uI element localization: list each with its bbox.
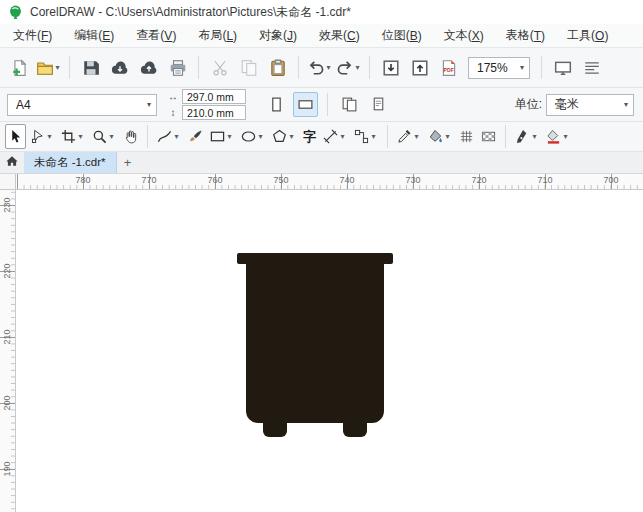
ellipse-tool[interactable]: ▾ xyxy=(238,124,268,149)
new-document-tab-button[interactable]: + xyxy=(117,152,139,173)
zoom-tool[interactable]: ▾ xyxy=(89,124,119,149)
toolbar-separator xyxy=(298,56,299,79)
crop-tool-icon xyxy=(61,129,76,144)
zoom-level-value: 175% xyxy=(477,61,508,75)
show-rulers-button[interactable] xyxy=(578,54,605,81)
propbar-separator xyxy=(327,93,328,116)
document-tab-bar: 未命名 -1.cdr* + xyxy=(0,152,643,174)
copy-button[interactable] xyxy=(235,54,262,81)
export-button[interactable] xyxy=(406,54,433,81)
chevron-down-icon: ▾ xyxy=(354,63,361,72)
save-to-cloud-button[interactable] xyxy=(135,54,162,81)
interactive-fill-tool[interactable]: ▾ xyxy=(425,124,455,149)
page-height-field[interactable]: 210.0 mm xyxy=(182,105,246,120)
h-ruler-label: 720 xyxy=(471,175,486,185)
drawing-canvas[interactable] xyxy=(16,190,643,512)
landscape-button[interactable] xyxy=(293,92,318,117)
rectangle-tool-icon xyxy=(210,129,225,144)
save-button[interactable] xyxy=(77,54,104,81)
current-page-button[interactable] xyxy=(366,92,391,117)
crop-tool[interactable]: ▾ xyxy=(58,124,88,149)
chevron-down-icon: ▾ xyxy=(369,132,378,141)
document-tab-active[interactable]: 未命名 -1.cdr* xyxy=(24,152,117,173)
print-button[interactable] xyxy=(164,54,191,81)
cut-icon xyxy=(211,59,229,77)
home-icon xyxy=(5,154,19,171)
shape-tool[interactable]: ▾ xyxy=(27,124,57,149)
vertical-ruler[interactable]: 230220210200190 xyxy=(0,190,16,512)
fill-color-tool[interactable]: ▾ xyxy=(543,124,573,149)
menu-item-t[interactable]: 表格(T) xyxy=(495,24,556,47)
horizontal-ruler[interactable]: 780770760750740730720710700 xyxy=(16,174,643,190)
paste-button[interactable] xyxy=(264,54,291,81)
mesh-fill-tool-icon xyxy=(459,129,474,144)
menu-item-e[interactable]: 编辑(E) xyxy=(63,24,125,47)
chevron-down-icon: ▾ xyxy=(54,63,61,72)
full-screen-preview-button[interactable] xyxy=(549,54,576,81)
home-tab-button[interactable] xyxy=(0,152,24,173)
toolbar-separator xyxy=(369,56,370,79)
cut-button[interactable] xyxy=(206,54,233,81)
canvas-object-container-silhouette[interactable] xyxy=(236,253,394,437)
toolbar-separator xyxy=(198,56,199,79)
full-screen-preview-icon xyxy=(554,59,572,77)
undo-button[interactable]: ▾ xyxy=(306,54,333,81)
polygon-tool[interactable]: ▾ xyxy=(269,124,299,149)
open-button[interactable]: ▾ xyxy=(35,54,62,81)
menu-item-v[interactable]: 查看(V) xyxy=(125,24,187,47)
parallel-dimension-tool-icon xyxy=(323,129,338,144)
h-ruler-label: 750 xyxy=(273,175,288,185)
transparency-tool[interactable] xyxy=(478,124,499,149)
portrait-button[interactable] xyxy=(264,92,289,117)
menu-item-b[interactable]: 位图(B) xyxy=(371,24,433,47)
copy-icon xyxy=(240,59,258,77)
ruler-row: 780770760750740730720710700 xyxy=(0,174,643,190)
redo-button[interactable]: ▾ xyxy=(335,54,362,81)
v-ruler-label: 230 xyxy=(2,197,12,212)
page-height-icon: ↕ xyxy=(167,108,179,118)
paper-size-select[interactable]: A4 ▾ xyxy=(7,94,157,116)
pick-tool[interactable] xyxy=(5,124,26,149)
all-pages-button[interactable] xyxy=(337,92,362,117)
chevron-down-icon: ▾ xyxy=(45,132,54,141)
freehand-tool[interactable]: ▾ xyxy=(154,124,184,149)
standard-toolbar: ▾▾▾PDF175%▾ xyxy=(0,48,643,88)
coreldraw-window: CorelDRAW - C:\Users\Administrator\Pictu… xyxy=(0,0,643,512)
eyedropper-tool[interactable]: ▾ xyxy=(394,124,424,149)
zoom-level-select[interactable]: 175%▾ xyxy=(468,57,530,79)
outline-pen-tool[interactable]: ▾ xyxy=(512,124,542,149)
connector-tool[interactable]: ▾ xyxy=(351,124,381,149)
toolbox: ▾▾▾▾▾▾▾字▾▾▾▾▾▾ xyxy=(0,122,643,152)
mesh-fill-tool[interactable] xyxy=(456,124,477,149)
toolbox-separator xyxy=(505,125,506,148)
artistic-media-tool[interactable] xyxy=(185,124,206,149)
transparency-tool-icon xyxy=(481,129,496,144)
redo-icon xyxy=(336,59,354,77)
rectangle-tool[interactable]: ▾ xyxy=(207,124,237,149)
menu-item-c[interactable]: 效果(C) xyxy=(308,24,371,47)
ruler-origin-corner[interactable] xyxy=(0,174,16,190)
pan-tool[interactable] xyxy=(120,124,141,149)
all-pages-icon xyxy=(341,96,358,113)
units-select[interactable]: 毫米 ▾ xyxy=(546,94,634,116)
new-document-button[interactable] xyxy=(6,54,33,81)
menu-item-f[interactable]: 文件(F) xyxy=(2,24,63,47)
import-button[interactable] xyxy=(377,54,404,81)
units-label: 单位: xyxy=(515,96,542,113)
v-ruler-label: 200 xyxy=(2,395,12,410)
page-width-field[interactable]: 297.0 mm xyxy=(182,89,246,104)
parallel-dimension-tool[interactable]: ▾ xyxy=(320,124,350,149)
pick-tool-icon xyxy=(8,129,23,144)
publish-to-pdf-button[interactable]: PDF xyxy=(435,54,462,81)
save-icon xyxy=(82,59,100,77)
toolbar-separator xyxy=(69,56,70,79)
menu-item-o[interactable]: 工具(O) xyxy=(556,24,619,47)
ellipse-tool-icon xyxy=(241,129,256,144)
text-tool[interactable]: 字 xyxy=(300,124,319,149)
menu-item-x[interactable]: 文本(X) xyxy=(433,24,495,47)
toolbox-separator xyxy=(387,125,388,148)
menu-item-l[interactable]: 布局(L) xyxy=(187,24,248,47)
chevron-down-icon: ▾ xyxy=(76,132,85,141)
menu-item-j[interactable]: 对象(J) xyxy=(248,24,308,47)
open-from-cloud-button[interactable] xyxy=(106,54,133,81)
